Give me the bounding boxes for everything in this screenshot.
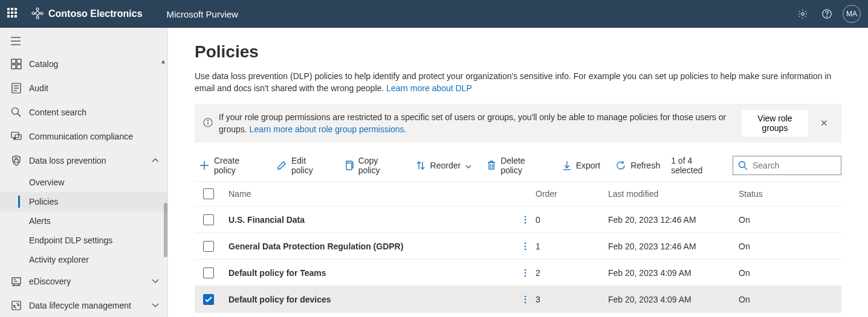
- svg-point-0: [36, 11, 39, 15]
- page-description: Use data loss prevention (DLP) policies …: [195, 70, 841, 94]
- collapse-sidebar-button[interactable]: [0, 30, 168, 52]
- row-more-button[interactable]: [515, 295, 536, 304]
- sidebar-item-communication-compliance[interactable]: Communication compliance: [0, 124, 167, 149]
- sidebar-item-label: Data lifecycle management: [29, 301, 152, 310]
- tenant-name[interactable]: Contoso Electronics: [48, 8, 143, 19]
- avatar[interactable]: MA: [843, 5, 861, 23]
- column-header-order[interactable]: Order: [536, 189, 608, 199]
- policy-modified: Feb 20, 2023 12:46 AM: [608, 242, 739, 251]
- search-icon: [738, 161, 748, 170]
- policy-order: 0: [536, 215, 608, 225]
- recycle-icon: [11, 300, 22, 311]
- svg-point-11: [827, 16, 828, 17]
- chevron-down-icon: [152, 277, 159, 286]
- scrollbar-thumb[interactable]: [164, 203, 167, 257]
- audit-icon: [11, 83, 22, 94]
- refresh-button[interactable]: Refresh: [611, 156, 665, 175]
- ediscovery-icon: [11, 276, 22, 287]
- reorder-button[interactable]: Reorder: [411, 156, 477, 175]
- svg-point-50: [525, 242, 526, 244]
- column-header-name[interactable]: Name: [228, 189, 515, 199]
- table-row[interactable]: U.S. Financial Data 0 Feb 20, 2023 12:46…: [195, 207, 841, 233]
- svg-point-53: [525, 269, 526, 271]
- row-more-button[interactable]: [515, 269, 536, 277]
- sidebar-sub-policies[interactable]: Policies: [0, 192, 167, 211]
- dismiss-banner-button[interactable]: ✕: [815, 115, 833, 131]
- export-button[interactable]: Export: [558, 156, 605, 175]
- svg-rect-18: [17, 65, 21, 69]
- scroll-caret-icon[interactable]: ▲: [160, 58, 166, 65]
- sidebar-item-catalog[interactable]: Catalog: [0, 52, 167, 76]
- svg-rect-27: [15, 159, 18, 162]
- svg-point-55: [525, 275, 526, 277]
- policy-status: On: [739, 215, 841, 225]
- view-role-groups-button[interactable]: View role groups: [742, 110, 808, 136]
- sidebar-item-data-lifecycle[interactable]: Data lifecycle management: [0, 293, 167, 317]
- product-name[interactable]: Microsoft Purview: [167, 9, 238, 19]
- sidebar-item-ediscovery[interactable]: eDiscovery: [0, 269, 167, 293]
- policy-status: On: [739, 242, 841, 251]
- policies-table: Name Order Last modified Status U.S. Fin…: [195, 181, 841, 313]
- learn-more-dlp-link[interactable]: Learn more about DLP: [386, 83, 472, 93]
- create-policy-button[interactable]: Create policy: [195, 156, 266, 175]
- app-header: Contoso Electronics Microsoft Purview MA: [0, 0, 868, 28]
- svg-line-46: [744, 167, 747, 170]
- sidebar-sub-endpoint-dlp-settings[interactable]: Endpoint DLP settings: [0, 231, 167, 250]
- table-row[interactable]: Default policy for devices 3 Feb 20, 202…: [195, 286, 841, 313]
- select-all-checkbox[interactable]: [203, 188, 214, 199]
- chevron-down-icon: [152, 301, 159, 310]
- policy-modified: Feb 20, 2023 12:46 AM: [608, 215, 739, 225]
- svg-point-49: [525, 222, 526, 223]
- svg-rect-15: [11, 59, 16, 63]
- page-title: Policies: [195, 42, 841, 62]
- settings-button[interactable]: [791, 2, 815, 26]
- reorder-icon: [416, 161, 426, 170]
- svg-rect-26: [15, 135, 21, 139]
- app-launcher-icon[interactable]: [7, 8, 19, 20]
- svg-point-45: [739, 162, 745, 168]
- row-checkbox[interactable]: [203, 241, 214, 252]
- policy-status: On: [739, 268, 841, 278]
- toolbar: Create policy Edit policy Copy policy Re…: [195, 153, 841, 178]
- row-more-button[interactable]: [515, 242, 536, 251]
- search-input[interactable]: [753, 161, 858, 170]
- sidebar-item-label: Data loss prevention: [29, 156, 152, 165]
- learn-more-role-permissions-link[interactable]: Learn more about role group permissions.: [250, 124, 407, 134]
- column-header-modified[interactable]: Last modified: [608, 189, 739, 199]
- row-more-button[interactable]: [515, 216, 536, 224]
- table-row[interactable]: Default policy for Teams 2 Feb 20, 2023 …: [195, 260, 841, 286]
- sidebar-item-content-search[interactable]: Content search: [0, 100, 167, 124]
- sidebar-sub-alerts[interactable]: Alerts: [0, 211, 167, 231]
- svg-point-56: [525, 295, 526, 297]
- sidebar-sub-activity-explorer[interactable]: Activity explorer: [0, 250, 167, 269]
- column-header-status[interactable]: Status: [739, 189, 841, 199]
- svg-point-51: [525, 245, 526, 247]
- svg-rect-34: [12, 301, 21, 310]
- plus-icon: [199, 161, 209, 170]
- row-checkbox[interactable]: [203, 294, 214, 305]
- policy-order: 2: [536, 268, 608, 278]
- policy-name: General Data Protection Regulation (GDPR…: [228, 242, 515, 251]
- delete-policy-button[interactable]: Delete policy: [482, 156, 552, 175]
- row-checkbox[interactable]: [203, 214, 214, 225]
- search-box[interactable]: [733, 156, 841, 175]
- help-button[interactable]: [815, 2, 839, 26]
- edit-policy-button[interactable]: Edit policy: [272, 156, 333, 175]
- tenant-icon: [31, 7, 44, 21]
- sidebar-item-label: Catalog: [29, 59, 159, 69]
- svg-point-2: [36, 16, 39, 19]
- pencil-icon: [277, 161, 287, 170]
- svg-point-37: [207, 120, 208, 120]
- catalog-icon: [11, 59, 22, 69]
- chevron-up-icon: [152, 156, 159, 165]
- row-checkbox[interactable]: [203, 267, 214, 278]
- table-row[interactable]: General Data Protection Regulation (GDPR…: [195, 233, 841, 260]
- sidebar-item-dlp[interactable]: Data loss prevention: [0, 149, 167, 173]
- copy-policy-button[interactable]: Copy policy: [339, 156, 405, 175]
- svg-point-57: [525, 298, 526, 300]
- svg-point-47: [525, 216, 526, 217]
- svg-line-24: [18, 114, 21, 117]
- sidebar-sub-overview[interactable]: Overview: [0, 173, 167, 192]
- svg-point-4: [40, 12, 43, 14]
- sidebar-item-audit[interactable]: Audit: [0, 76, 167, 100]
